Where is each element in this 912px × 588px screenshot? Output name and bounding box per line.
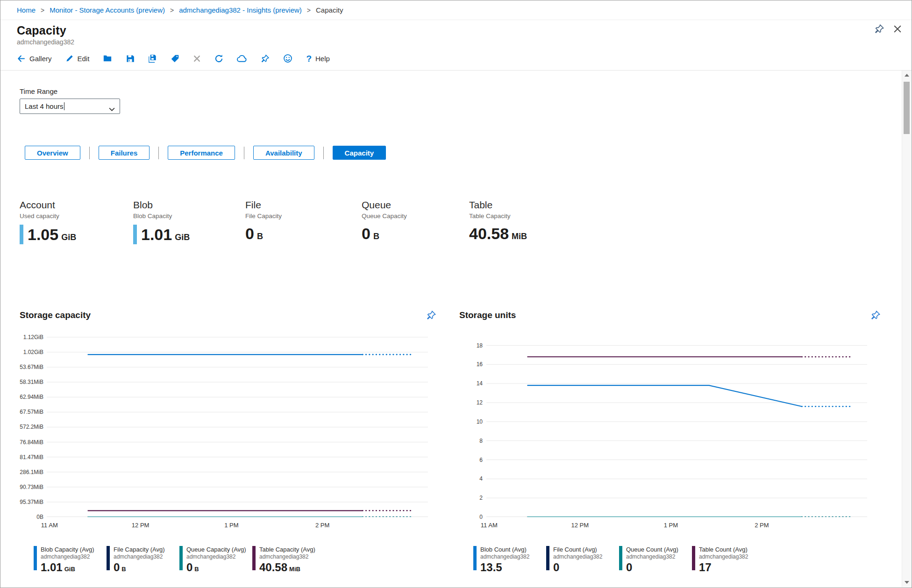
y-axis-labels: 1.12GiB1.02GiB953.67MiB858.31MiB762.94Mi… [20, 334, 43, 517]
save-as-button[interactable] [148, 54, 157, 63]
y-tick-label: 14 [469, 380, 483, 387]
time-range-dropdown[interactable]: Last 4 hours [20, 99, 120, 114]
tab-overview[interactable]: Overview [25, 146, 80, 160]
legend-item[interactable]: File Count (Avg)admchangediag3820 [546, 546, 619, 574]
y-tick-label: 667.57MiB [20, 409, 43, 416]
metric-title: Blob [133, 199, 245, 211]
pencil-icon [65, 54, 74, 63]
pin-chart-icon[interactable] [426, 310, 436, 320]
metric-card-blob: BlobBlob Capacity1.01GiB [133, 199, 245, 244]
legend-item[interactable]: Blob Count (Avg)admchangediag38213.5 [473, 546, 546, 574]
tab-failures[interactable]: Failures [99, 146, 150, 160]
refresh-button[interactable] [214, 54, 223, 63]
metric-subtitle: Used capacity [20, 213, 133, 220]
tab-separator [244, 147, 244, 159]
pin-button[interactable] [261, 54, 270, 63]
y-tick-label: 16 [469, 361, 483, 368]
legend-item[interactable]: Table Count (Avg)admchangediag38217 [692, 546, 765, 574]
y-tick-label: 2 [469, 495, 483, 502]
legend-item[interactable]: Table Capacity (Avg)admchangediag38240.5… [252, 546, 325, 574]
metric-title: Account [20, 199, 133, 211]
insight-tabs: OverviewFailuresPerformanceAvailabilityC… [25, 146, 386, 160]
chart-plot-area[interactable] [47, 334, 428, 519]
legend-series-name: Table Capacity (Avg) [259, 546, 315, 553]
legend-series-name: Queue Capacity (Avg) [186, 546, 246, 553]
x-tick-label: 11 AM [481, 522, 498, 529]
metric-unit: B [373, 232, 379, 241]
legend-color-bar [252, 546, 256, 570]
time-range-label: Time Range [20, 87, 57, 95]
legend-item[interactable]: Blob Capacity (Avg)admchangediag3821.01G… [34, 546, 107, 574]
breadcrumb-link[interactable]: Home [17, 6, 36, 14]
y-tick-label: 1.12GiB [20, 334, 43, 341]
edit-button[interactable]: Edit [65, 54, 90, 63]
y-tick-label: 762.94MiB [20, 394, 43, 401]
x-tick-label: 1 PM [224, 522, 238, 529]
breadcrumb-link[interactable]: admchangediag382 - Insights (preview) [179, 6, 302, 14]
metric-unit: GiB [175, 233, 190, 242]
metric-cards: AccountUsed capacity1.05GiBBlobBlob Capa… [20, 199, 527, 244]
legend-item[interactable]: File Capacity (Avg)admchangediag3820B [107, 546, 179, 574]
scroll-up-button[interactable] [902, 71, 911, 80]
help-button[interactable]: ? Help [306, 54, 329, 63]
tag-button[interactable] [171, 54, 179, 63]
breadcrumb-separator-icon: > [170, 7, 174, 14]
legend-resource-name: admchangediag382 [259, 553, 315, 560]
chart-plot-area[interactable] [486, 334, 867, 519]
metric-spark-bar [20, 225, 23, 244]
legend-value: 0B [114, 561, 165, 574]
legend-item[interactable]: Queue Capacity (Avg)admchangediag3820B [179, 546, 252, 574]
metric-subtitle: Blob Capacity [133, 213, 245, 220]
tab-capacity[interactable]: Capacity [333, 146, 386, 160]
metric-value: 40.58MiB [469, 225, 527, 243]
metric-title: File [245, 199, 362, 211]
gallery-label: Gallery [29, 55, 52, 63]
legend-resource-name: admchangediag382 [480, 553, 529, 560]
save-button[interactable] [126, 54, 135, 63]
vertical-scrollbar[interactable] [902, 71, 911, 587]
discard-button[interactable] [193, 55, 201, 63]
x-tick-label: 1 PM [664, 522, 678, 529]
pin-chart-icon[interactable] [870, 310, 881, 320]
cloud-button[interactable] [237, 54, 247, 63]
metric-card-file: FileFile Capacity0B [245, 199, 362, 244]
metric-card-table: TableTable Capacity40.58MiB [469, 199, 527, 244]
metric-title: Table [469, 199, 527, 211]
scrollbar-thumb[interactable] [904, 82, 910, 134]
tab-separator [89, 147, 90, 159]
x-tick-label: 12 PM [571, 522, 589, 529]
tab-availability[interactable]: Availability [253, 146, 314, 160]
tag-icon [171, 54, 179, 63]
toolbar-divider [0, 70, 912, 71]
metric-unit: MiB [512, 232, 527, 241]
legend-color-bar [34, 546, 37, 570]
breadcrumb-link[interactable]: Monitor - Storage Accounts (preview) [50, 6, 165, 14]
legend-color-bar [473, 546, 477, 570]
storage-units-chart-panel: Storage units 181614121086420 11 AM12 PM… [459, 309, 884, 574]
y-tick-label: 10 [469, 418, 483, 425]
y-tick-label: 0 [469, 514, 483, 521]
triangle-down-icon [905, 581, 909, 584]
legend-resource-name: admchangediag382 [553, 553, 602, 560]
y-tick-label: 953.67MiB [20, 364, 43, 371]
metric-spark-bar [133, 225, 137, 244]
feedback-button[interactable] [283, 54, 292, 63]
close-blade-icon[interactable] [893, 24, 902, 34]
open-button[interactable] [103, 54, 112, 63]
chart-title: Storage units [459, 310, 516, 320]
legend-series-name: Blob Count (Avg) [480, 546, 529, 553]
legend-value: 0 [626, 561, 678, 574]
legend-value: 0 [553, 561, 602, 574]
discard-x-icon [193, 55, 201, 63]
legend-item[interactable]: Queue Count (Avg)admchangediag3820 [619, 546, 692, 574]
tab-performance[interactable]: Performance [168, 146, 235, 160]
y-tick-label: 190.73MiB [20, 484, 43, 491]
metric-subtitle: Queue Capacity [362, 213, 469, 220]
cloud-icon [237, 54, 247, 63]
scroll-down-button[interactable] [902, 578, 911, 587]
legend-value: 40.58MiB [259, 561, 315, 574]
legend-value: 0B [186, 561, 246, 574]
pin-blade-icon[interactable] [874, 24, 884, 34]
legend-series-name: Blob Capacity (Avg) [41, 546, 94, 553]
gallery-button[interactable]: Gallery [17, 54, 52, 63]
